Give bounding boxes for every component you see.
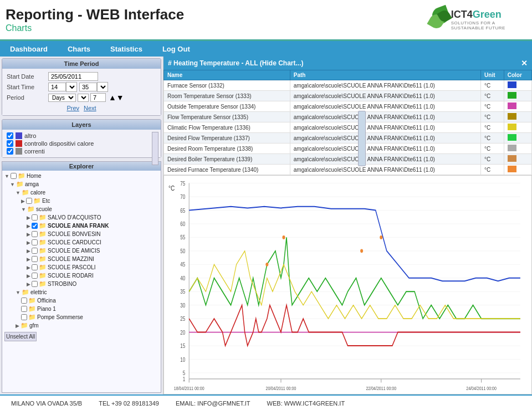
check-bonvesin[interactable] [32, 231, 38, 237]
tree-item-salvo[interactable]: ▶ 📁 SALVO D'ACQUISTO [27, 213, 158, 222]
tree-label-officina: Officina [37, 298, 56, 304]
tree-item-pompe[interactable]: 📁 Pompe Sommerse [21, 313, 158, 321]
nav-dashboard[interactable]: Dashboard [0, 43, 58, 55]
svg-text:20: 20 [180, 329, 185, 336]
close-chart-button[interactable]: ✕ [521, 59, 528, 68]
tree-item-carducci[interactable]: ▶ 📁 SCUOLE CARDUCCI [27, 238, 158, 247]
start-time-min[interactable] [79, 83, 97, 91]
y-axis-label: °C [168, 184, 175, 193]
check-carducci[interactable] [32, 239, 38, 245]
prev-button[interactable]: Prev [66, 105, 79, 111]
tree-item-mazzini[interactable]: ▶ 📁 SCUOLE MAZZINI [27, 255, 158, 263]
col-header-name: Name [164, 70, 290, 80]
start-time-hour[interactable] [48, 83, 66, 91]
explorer-section: Explorer ▼ 📁 Home ▼ 📁 amga ▼ 📁 calo [2, 161, 161, 393]
layer-checkbox-altro[interactable] [7, 132, 13, 139]
tree-label-scuole: scuole [36, 206, 52, 212]
check-officina[interactable] [21, 298, 27, 304]
start-time-label: Start Time [7, 84, 48, 90]
scrollbar-hint[interactable] [358, 111, 366, 166]
tree-item-amga[interactable]: ▼ 📁 amga [10, 180, 158, 188]
unselect-all-button[interactable]: Unselect All [4, 332, 37, 341]
tree-label-mazzini: SCUOLE MAZZINI [48, 256, 94, 262]
header-title: Reporting - WEB Interface Charts [6, 6, 427, 33]
tree-label-gfm: gfm [29, 322, 39, 329]
folder-icon-scuole: 📁 [27, 206, 35, 213]
svg-text:40: 40 [180, 275, 185, 282]
svg-text:22/04/2011 00:00: 22/04/2011 00:00 [366, 385, 396, 391]
tree-item-anna-frank[interactable]: ▶ 📁 SCUOLE ANNA FRANK [27, 222, 158, 230]
nav-charts[interactable]: Charts [58, 43, 100, 55]
cell-name: Climatic Flow Temperature (1336) [164, 122, 290, 133]
footer: MILANO VIA OVADA 35/B TEL +39 02 8918134… [0, 394, 532, 410]
layer-name-calore: controllo dispositivi calore [24, 140, 94, 147]
tree-item-piano1[interactable]: 📁 Piano 1 [21, 305, 158, 313]
check-salvo[interactable] [32, 214, 38, 221]
check-home[interactable] [11, 173, 17, 179]
period-op-select[interactable]: - [78, 94, 89, 102]
expand-icon-strobino: ▶ [27, 281, 30, 287]
check-rodari[interactable] [32, 273, 38, 279]
tree-item-home[interactable]: ▼ 📁 Home [4, 172, 158, 180]
cell-color [504, 154, 531, 165]
tree-item-calore[interactable]: ▼ 📁 calore [16, 188, 158, 197]
cell-color [504, 80, 531, 91]
tree-item-officina[interactable]: 📁 Officina [21, 296, 158, 305]
check-pascoli[interactable] [32, 264, 38, 270]
layer-name-correnti: correnti [24, 148, 45, 155]
expand-icon-mazzini: ▶ [27, 257, 30, 262]
tree-item-de-amicis[interactable]: ▶ 📁 SCUOLE DE AMICIS [27, 247, 158, 255]
tree-item-etc[interactable]: ▶ 📁 Etc [21, 197, 158, 205]
footer-email: EMAIL: INFO@GFMNET.IT [176, 400, 250, 407]
check-anna[interactable] [32, 223, 38, 229]
start-date-input[interactable] [48, 72, 98, 81]
nav-buttons: Prev Next [7, 103, 156, 113]
table-row: Desired Room Temperature (1338) amga\cal… [164, 144, 532, 154]
layer-checkbox-correnti[interactable] [7, 148, 13, 155]
cell-name: Desired Room Temperature (1338) [164, 144, 290, 154]
tree-item-rodari[interactable]: ▶ 📁 SCUOLE RODARI [27, 271, 158, 280]
period-unit-select[interactable]: Days [48, 94, 76, 102]
check-pompe[interactable] [21, 314, 27, 320]
check-de-amicis[interactable] [32, 248, 38, 254]
check-piano1[interactable] [21, 306, 27, 312]
footer-tel: TEL +39 02 89181349 [99, 400, 159, 407]
start-date-label: Start Date [7, 73, 48, 80]
svg-text:30: 30 [180, 302, 185, 309]
next-button[interactable]: Next [84, 105, 96, 111]
layer-checkbox-calore[interactable] [7, 140, 13, 147]
nav-logout[interactable]: Log Out [152, 43, 200, 55]
folder-icon-mazzini: 📁 [39, 255, 47, 263]
tree-item-pascoli[interactable]: ▶ 📁 SCUOLE PASCOLI [27, 263, 158, 271]
table-row: Flow Temperature Sensor (1335) amga\calo… [164, 112, 532, 122]
tree-label-anna: SCUOLE ANNA FRANK [48, 223, 109, 229]
check-strobino[interactable] [32, 281, 38, 287]
table-row: Climatic Flow Temperature (1336) amga\ca… [164, 122, 532, 133]
tree-item-elettric[interactable]: ▼ 📁 elettric [16, 288, 158, 296]
expand-icon-etc: ▶ [21, 198, 25, 204]
hour-select[interactable] [66, 82, 77, 92]
period-value-input[interactable] [90, 93, 106, 102]
svg-text:45: 45 [180, 261, 185, 268]
nav-statistics[interactable]: Statistics [100, 43, 152, 55]
tree-label-bonvesin: SCUOLE BONVESIN [48, 231, 101, 237]
check-etc[interactable] [26, 198, 32, 204]
check-mazzini[interactable] [32, 256, 38, 262]
layer-name-altro: altro [24, 132, 36, 139]
folder-icon-pompe: 📁 [28, 314, 36, 321]
min-select[interactable] [97, 82, 108, 92]
folder-icon-rodari: 📁 [39, 272, 47, 279]
cell-path: amga\calore\scuole\SCUOLE ANNA FRANK\Dte… [290, 165, 480, 175]
folder-icon-strobino: 📁 [39, 280, 47, 288]
tree-item-scuole[interactable]: ▼ 📁 scuole [21, 205, 158, 213]
layer-item-calore: controllo dispositivi calore [7, 140, 156, 147]
cell-name: Outside Temperature Sensor (1334) [164, 101, 290, 112]
tree-item-strobino[interactable]: ▶ 📁 STROBINO [27, 280, 158, 288]
tree-label-home: Home [27, 173, 42, 179]
folder-icon-de-amicis: 📁 [39, 247, 47, 254]
cell-name: Desired Furnace Temperature (1340) [164, 165, 290, 175]
cell-name: Furnace Sensor (1332) [164, 80, 290, 91]
tree-item-bonvesin[interactable]: ▶ 📁 SCUOLE BONVESIN [27, 230, 158, 238]
tree-item-gfm[interactable]: ▶ 📁 gfm [16, 321, 158, 330]
tree-label-calore: calore [30, 189, 45, 196]
